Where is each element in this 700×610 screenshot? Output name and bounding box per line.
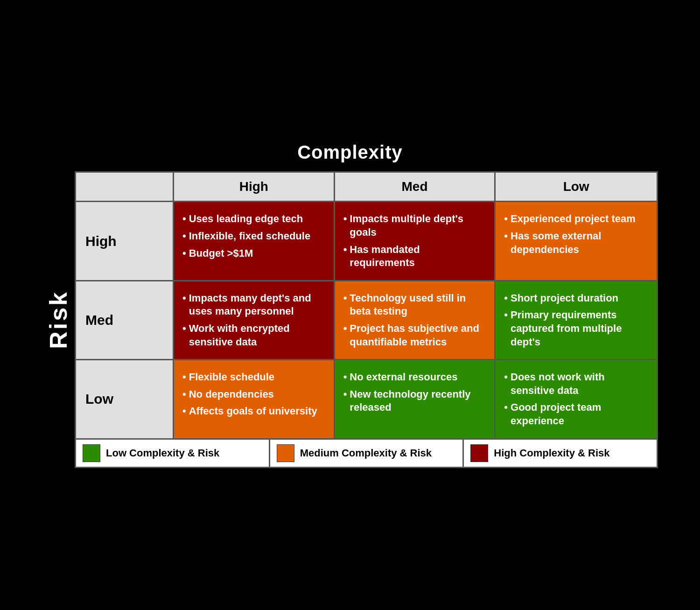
cell-high-med: Impacts multiple dept's goalsHas mandate… <box>335 202 496 280</box>
legend-swatch-medium <box>277 444 294 462</box>
list-item: Good project team experience <box>504 399 648 429</box>
list-item: Short project duration <box>504 290 648 307</box>
legend-label-high: High Complexity & Risk <box>494 447 609 459</box>
cell-high-low: Experienced project teamHas some externa… <box>496 202 657 280</box>
legend-swatch-high <box>470 444 488 462</box>
list-item: Uses leading edge tech <box>182 210 325 228</box>
list-item: Work with encrypted sensitive data <box>182 320 325 351</box>
col-header-high: High <box>174 173 335 201</box>
table-row-low: Low Flexible scheduleNo dependenciesAffe… <box>76 360 657 438</box>
list-item: Budget >$1M <box>182 245 325 262</box>
cell-low-high: Flexible scheduleNo dependenciesAffects … <box>174 360 335 438</box>
col-header-low: Low <box>496 173 657 201</box>
cell-med-low: Short project durationPrimary requiremen… <box>496 281 657 359</box>
legend-item-medium: Medium Complexity & Risk <box>270 440 464 467</box>
list-item: Impacts multiple dept's goals <box>343 210 486 241</box>
page-title: Complexity <box>42 137 658 171</box>
list-item: Does not work with sensitive data <box>504 369 648 399</box>
row-label-med: Med <box>76 281 174 359</box>
legend-swatch-low <box>83 444 100 462</box>
list-item: Technology used still in beta testing <box>343 290 486 320</box>
list-item: No external resources <box>343 369 486 386</box>
cell-low-low: Does not work with sensitive dataGood pr… <box>496 360 657 438</box>
list-item: Affects goals of university <box>182 403 325 420</box>
list-item: Impacts many dept's and uses many person… <box>182 290 325 320</box>
list-item: Has some external dependencies <box>504 228 648 258</box>
legend-label-medium: Medium Complexity & Risk <box>300 447 432 459</box>
cell-med-high: Impacts many dept's and uses many person… <box>174 281 335 359</box>
legend-label-low: Low Complexity & Risk <box>106 447 219 459</box>
list-item: No dependencies <box>182 386 325 403</box>
table-header: High Med Low <box>76 173 657 202</box>
list-item: Project has subjective and quantifiable … <box>343 320 486 351</box>
cell-low-med: No external resourcesNew technology rece… <box>335 360 496 438</box>
list-item: New technology recently released <box>343 386 486 416</box>
cell-high-high: Uses leading edge techInflexible, fixed … <box>174 202 335 280</box>
list-item: Inflexible, fixed schedule <box>182 228 325 245</box>
row-label-low: Low <box>76 360 174 438</box>
cell-med-med: Technology used still in beta testingPro… <box>335 281 496 359</box>
list-item: Primary requirements captured from multi… <box>504 307 648 351</box>
corner-cell <box>76 173 174 201</box>
list-item: Experienced project team <box>504 210 648 228</box>
row-label-high: High <box>76 202 174 280</box>
legend-item-high: High Complexity & Risk <box>464 440 657 467</box>
list-item: Flexible schedule <box>182 369 325 386</box>
legend-item-low: Low Complexity & Risk <box>76 440 270 467</box>
col-header-med: Med <box>335 173 496 201</box>
list-item: Has mandated requirements <box>343 241 486 272</box>
table-row-high: High Uses leading edge techInflexible, f… <box>76 202 657 281</box>
legend: Low Complexity & Risk Medium Complexity … <box>75 440 658 468</box>
table-row-med: Med Impacts many dept's and uses many pe… <box>76 281 657 360</box>
risk-axis-label: Risk <box>42 171 75 468</box>
